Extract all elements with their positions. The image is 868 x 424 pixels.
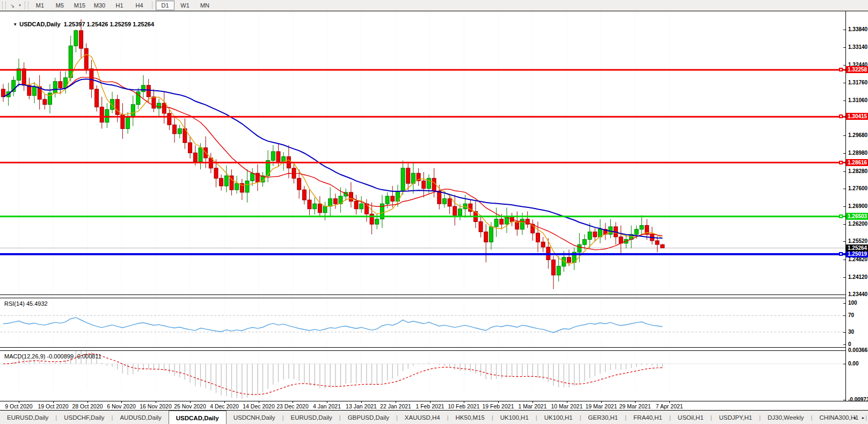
panel-splitter-rsi[interactable] [0, 294, 845, 298]
date-label: 1 Mar 2021 [518, 403, 546, 409]
terminal-window: ↘ ▾ M1M5M15M30H1H4D1W1MN ▼USDCAD,Daily 1… [0, 0, 868, 424]
timeframe-button-m1[interactable]: M1 [31, 1, 49, 10]
timeframe-button-mn[interactable]: MN [195, 1, 214, 10]
chart-title-ohlc: 1.25397 1.25426 1.25259 1.25264 [64, 21, 154, 27]
level-price-badge: 1.28616 [846, 159, 868, 166]
date-label: 10 Feb 2021 [448, 403, 480, 409]
level-anchor-square[interactable] [839, 114, 843, 118]
level-anchor-square[interactable] [839, 252, 843, 256]
price-axis-tick: 1.29680 [848, 132, 867, 138]
date-axis[interactable]: 9 Oct 202019 Oct 202028 Oct 20206 Nov 20… [0, 401, 868, 411]
symbol-dropdown-icon[interactable]: ▼ [13, 22, 17, 27]
chart-tab-audusd-daily[interactable]: AUDUSD,Daily [113, 411, 168, 424]
price-axis-tickmark [843, 277, 845, 278]
panel-splitter-macd[interactable] [0, 347, 845, 351]
price-axis-tickmark [843, 135, 845, 136]
chart-tab-eurusd-daily[interactable]: EURUSD,Daily [283, 411, 339, 424]
price-axis-tick: 1.23440 [848, 291, 867, 297]
rsi-axis-tick: 70 [848, 312, 854, 318]
macd-axis-tickmark [843, 350, 845, 351]
rsi-axis-tick: 30 [848, 329, 854, 335]
level-anchor-square[interactable] [839, 68, 843, 71]
chart-tab-usdcnh-daily[interactable]: USDCNH,Daily [227, 411, 282, 424]
toolbar-grip-2 [25, 2, 28, 9]
chart-tab-xauusd-h4[interactable]: XAUUSD,H4 [398, 411, 447, 424]
scroll-chart-icon[interactable]: ↘ [8, 1, 17, 10]
price-axis-tick: 1.31760 [848, 80, 867, 85]
chart-tab-uk100-h1[interactable]: UK100,H1 [493, 411, 536, 424]
chart-tab-bar: EURUSD,Daily|USDCHF,Daily|AUDUSD,DailyUS… [0, 410, 868, 424]
date-label: 14 Dec 2020 [243, 403, 275, 409]
price-axis-tick: 1.27600 [848, 185, 867, 191]
chart-window[interactable]: ▼USDCAD,Daily 1.25397 1.25426 1.25259 1.… [0, 11, 868, 411]
price-axis-tick: 1.25520 [848, 238, 867, 244]
timeframe-button-m15[interactable]: M15 [70, 1, 89, 10]
price-axis-tick: 1.33140 [848, 44, 867, 50]
dropdown-caret-icon[interactable]: ▾ [17, 1, 23, 10]
date-label: 25 Nov 2020 [174, 403, 206, 409]
price-axis-tickmark [843, 224, 845, 225]
chart-tab-gbpusd-daily[interactable]: GBPUSD,Daily [341, 411, 396, 424]
level-price-badge: 1.26503 [846, 213, 868, 220]
chart-title: ▼USDCAD,Daily 1.25397 1.25426 1.25259 1.… [3, 15, 154, 34]
chart-tab-fra40-h1[interactable]: FRA40,H1 [626, 411, 669, 424]
price-axis-tick: 1.26900 [848, 203, 867, 209]
price-axis-tickmark [843, 206, 845, 207]
date-label: 10 Mar 2021 [551, 403, 583, 409]
current-price-badge: 1.25264 [846, 245, 868, 251]
tab-scroll-right-icon[interactable]: ▸ [859, 413, 867, 422]
chart-tab-eurusd-daily[interactable]: EURUSD,Daily [0, 411, 55, 424]
price-axis-tick: 1.24120 [848, 274, 867, 280]
price-axis-tickmark [843, 47, 845, 48]
chart-tab-ger30-h1[interactable]: GER30,H1 [581, 411, 625, 424]
price-axis-tickmark [843, 189, 845, 189]
price-axis-tickmark [843, 241, 845, 242]
date-label: 9 Oct 2020 [5, 403, 32, 409]
chart-tab-dj30-weekly[interactable]: DJ30,Weekly [761, 411, 811, 424]
price-axis-tick: 1.28980 [848, 150, 867, 156]
timeframe-button-h1[interactable]: H1 [110, 1, 129, 10]
timeframe-button-m30[interactable]: M30 [90, 1, 109, 10]
date-label: 4 Dec 2020 [210, 403, 239, 409]
chart-tab-usdjpy-h1[interactable]: USDJPY,H1 [712, 411, 759, 424]
date-label: 19 Mar 2021 [586, 403, 617, 409]
macd-axis-tick: 0.003665 [848, 347, 868, 353]
level-price-badge: 1.30415 [846, 113, 868, 120]
tab-scroll-left-icon[interactable]: ◂ [851, 413, 858, 422]
date-label: 29 Mar 2021 [619, 403, 651, 409]
date-label: 28 Oct 2020 [72, 403, 103, 409]
level-anchor-square[interactable] [839, 214, 843, 218]
date-label: 13 Jan 2021 [346, 403, 377, 409]
chart-title-symbol: USDCAD,Daily [19, 21, 60, 27]
chart-tab-usdchf-daily[interactable]: USDCHF,Daily [57, 411, 111, 424]
rsi-axis-tickmark [843, 344, 845, 345]
toolbar-grip[interactable] [2, 2, 6, 9]
chart-tab-uk100-h1[interactable]: UK100,H1 [537, 411, 580, 424]
price-axis-tick: 1.31060 [848, 97, 867, 103]
timeframe-button-h4[interactable]: H4 [130, 1, 149, 10]
level-anchor-square[interactable] [839, 161, 843, 164]
macd-indicator-label: MACD(12,26,9) -0.000899 -0.000811 [4, 353, 101, 360]
price-axis-tickmark [843, 153, 845, 154]
date-label: 16 Nov 2020 [140, 403, 172, 409]
rsi-indicator-label: RSI(14) 45.4932 [4, 300, 48, 307]
chart-tab-usoil-h1[interactable]: USOil,H1 [671, 411, 711, 424]
rsi-axis-tickmark [843, 303, 845, 304]
price-axis-tick: 1.28280 [848, 168, 867, 174]
chart-tab-hk50-m15[interactable]: HK50,M15 [449, 411, 492, 424]
date-label: 1 Feb 2021 [415, 403, 444, 409]
chart-tab-usdcad-daily[interactable]: USDCAD,Daily [169, 411, 227, 424]
rsi-axis-tick: 100 [848, 300, 857, 306]
price-axis-tickmark [843, 100, 845, 101]
timeframe-toolbar: ↘ ▾ M1M5M15M30H1H4D1W1MN [0, 0, 868, 11]
rsi-axis-tickmark [843, 315, 845, 316]
timeframe-button-d1[interactable]: D1 [156, 1, 174, 10]
price-axis-tick: 1.26200 [848, 221, 867, 227]
timeframe-button-m5[interactable]: M5 [50, 1, 69, 10]
price-axis-tickmark [843, 83, 845, 83]
price-axis-tick: 1.33840 [848, 26, 867, 32]
timeframe-button-w1[interactable]: W1 [176, 1, 194, 10]
rsi-axis-tick: 0 [848, 341, 851, 347]
price-axis-tickmark [843, 65, 845, 66]
date-label: 23 Dec 2020 [276, 403, 309, 409]
